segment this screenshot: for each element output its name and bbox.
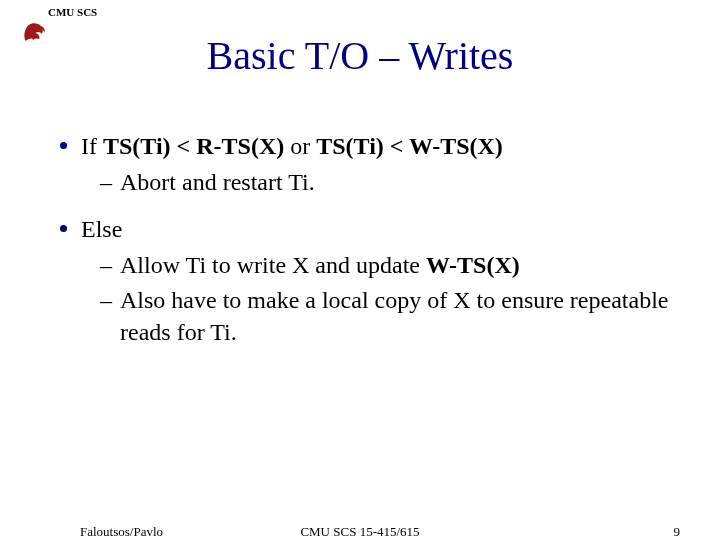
sub-bullet: – Allow Ti to write X and update W-TS(X) [100,249,670,281]
dash-icon: – [100,249,112,281]
footer-course: CMU SCS 15-415/615 [0,524,720,540]
slide-content: If TS(Ti) < R-TS(X) or TS(Ti) < W-TS(X) … [60,130,670,350]
slide-number: 9 [674,524,681,540]
header-label: CMU SCS [48,6,97,18]
sub-bullet: – Abort and restart Ti. [100,166,670,198]
bullet-icon [60,142,67,149]
bullet-icon [60,225,67,232]
bullet-item: If TS(Ti) < R-TS(X) or TS(Ti) < W-TS(X) [60,130,670,162]
sub-bullet-text: Abort and restart Ti. [120,166,315,198]
dash-icon: – [100,166,112,198]
sub-bullet-text: Also have to make a local copy of X to e… [120,284,670,349]
bullet-item: Else [60,213,670,245]
bullet-text: If TS(Ti) < R-TS(X) or TS(Ti) < W-TS(X) [81,130,503,162]
sub-bullet: – Also have to make a local copy of X to… [100,284,670,349]
bullet-text: Else [81,213,122,245]
dash-icon: – [100,284,112,316]
sub-bullet-text: Allow Ti to write X and update W-TS(X) [120,249,520,281]
slide-title: Basic T/O – Writes [0,32,720,79]
